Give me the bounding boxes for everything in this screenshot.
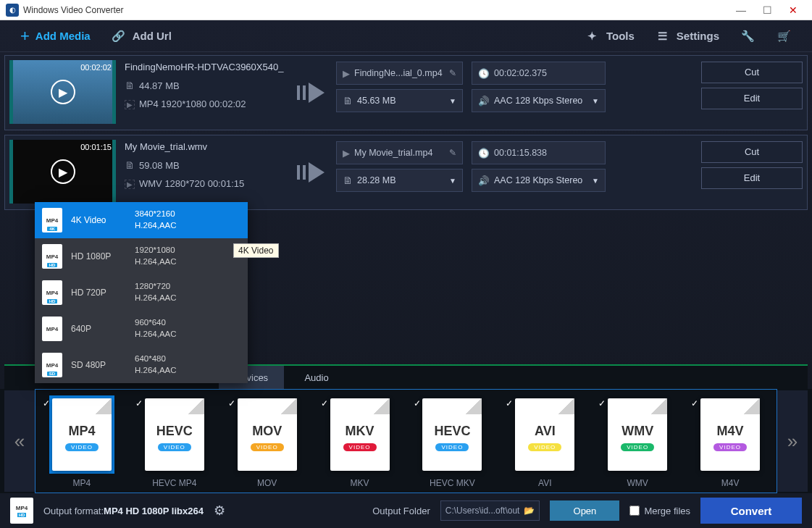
- output-size-dropdown[interactable]: 28.28 MB ▼: [336, 169, 463, 192]
- titlebar: ◐ Windows Video Converter — ☐ ✕: [0, 0, 812, 20]
- key-icon: 🔧: [740, 28, 756, 44]
- file-size: 44.87 MB: [139, 80, 180, 91]
- edit-button[interactable]: Edit: [701, 167, 803, 189]
- gear-icon[interactable]: ⚙: [214, 503, 225, 519]
- chevron-down-icon: ▼: [592, 97, 599, 105]
- output-name-field[interactable]: ▶ My Movie_trial.mp4 ✎: [336, 141, 463, 164]
- thumbnail[interactable]: 00:01:15 ▶: [9, 140, 116, 204]
- file-icon: [125, 159, 135, 171]
- menu-icon: ☰: [655, 28, 671, 44]
- window-title: Windows Video Converter: [23, 5, 124, 15]
- output-audio: AAC 128 Kbps Stereo: [494, 96, 582, 106]
- output-format-icon: MP4HD: [10, 498, 33, 524]
- preset-item-640p[interactable]: MP4 640P 960*640H.264,AAC: [35, 311, 248, 347]
- output-name-field[interactable]: ▶ FindingNe...ial_0.mp4 ✎: [336, 62, 463, 85]
- output-size-dropdown[interactable]: 45.63 MB ▼: [336, 89, 463, 112]
- preset-icon: MP4: [42, 353, 62, 377]
- output-folder-path[interactable]: C:\Users\id...oft\out 📂: [440, 500, 540, 521]
- main-toolbar: + Add Media 🔗 Add Url ✦ Tools ☰ Settings…: [0, 20, 812, 52]
- add-media-label: Add Media: [35, 30, 91, 42]
- close-button[interactable]: ✕: [780, 4, 806, 16]
- preset-label: SD 480P: [71, 360, 126, 370]
- output-audio-dropdown[interactable]: 🔊 AAC 128 Kbps Stereo ▼: [472, 89, 606, 112]
- thumb-duration: 00:02:02: [80, 63, 112, 72]
- format-tile-mp4[interactable]: ✓ MP4VIDEO MP4: [35, 395, 128, 488]
- thumb-duration: 00:01:15: [80, 143, 112, 151]
- preset-item-4k[interactable]: MP4 4K Video 3840*2160H.264,AAC: [35, 202, 248, 238]
- format-tile-mov[interactable]: ✓ MOVVIDEO MOV: [221, 395, 314, 488]
- edit-button[interactable]: Edit: [701, 88, 803, 109]
- output-folder-label: Output Folder: [372, 506, 430, 516]
- output-duration: 00:02:02.375: [494, 68, 547, 78]
- file-spec: MP4 1920*1080 00:02:02: [139, 99, 246, 109]
- pencil-icon[interactable]: ✎: [449, 68, 456, 78]
- settings-button[interactable]: ☰ Settings: [645, 20, 729, 52]
- file-name: FindingNemoHR-HDTVAC3960X540_: [125, 62, 285, 72]
- check-icon: ✓: [598, 398, 606, 408]
- minimize-button[interactable]: —: [728, 4, 754, 16]
- arrow-icon: [294, 140, 327, 205]
- output-duration-field: 🕓 00:02:02.375: [472, 62, 606, 85]
- footer: MP4HD Output format:MP4 HD 1080P libx264…: [0, 493, 812, 528]
- maximize-button[interactable]: ☐: [754, 4, 780, 16]
- tab-audio[interactable]: Audio: [284, 366, 349, 389]
- clock-icon: 🕓: [478, 148, 490, 159]
- star-icon: ✦: [585, 28, 600, 44]
- preset-item-480p[interactable]: MP4 SD 480P 640*480H.264,AAC: [35, 347, 248, 383]
- file-icon: [343, 175, 353, 186]
- next-formats-button[interactable]: »: [777, 390, 808, 492]
- format-tile-mkv[interactable]: ✓ MKVVIDEO MKV: [314, 395, 406, 488]
- chevron-down-icon: ▼: [592, 177, 599, 185]
- preset-item-720p[interactable]: MP4 HD 720P 1280*720H.264,AAC: [35, 275, 248, 311]
- pencil-icon[interactable]: ✎: [449, 148, 456, 158]
- output-duration-field: 🕓 00:01:15.838: [472, 141, 606, 164]
- thumbnail[interactable]: 00:02:02 ▶: [9, 60, 116, 124]
- preset-label: HD 720P: [71, 288, 126, 298]
- output-size: 28.28 MB: [357, 175, 396, 185]
- add-media-button[interactable]: + Add Media: [10, 20, 101, 52]
- file-name: My Movie_trial.wmv: [125, 141, 285, 152]
- format-name: WMV: [627, 478, 648, 488]
- cut-button[interactable]: Cut: [701, 141, 803, 163]
- chevron-down-icon: ▼: [449, 97, 456, 105]
- cart-button[interactable]: 🛒: [766, 20, 802, 52]
- settings-label: Settings: [677, 30, 719, 42]
- speaker-icon: 🔊: [478, 175, 490, 186]
- add-url-label: Add Url: [133, 30, 172, 42]
- format-tile-wmv[interactable]: ✓ WMVVIDEO WMV: [591, 395, 684, 488]
- cart-icon: 🛒: [776, 28, 792, 44]
- plus-icon: +: [20, 27, 30, 46]
- play-icon[interactable]: ▶: [51, 80, 75, 104]
- file-row[interactable]: 00:02:02 ▶ FindingNemoHR-HDTVAC3960X540_…: [4, 55, 808, 130]
- file-icon: [125, 80, 135, 91]
- folder-icon[interactable]: 📂: [524, 506, 535, 516]
- file-icon: [343, 95, 353, 106]
- play-icon[interactable]: ▶: [51, 159, 75, 184]
- tooltip: 4K Video: [233, 243, 279, 258]
- format-tile-hevc-mkv[interactable]: ✓ HEVCVIDEO HEVC MKV: [406, 395, 499, 488]
- merge-files-checkbox[interactable]: Merge files: [629, 506, 690, 516]
- file-row[interactable]: 00:01:15 ▶ My Movie_trial.wmv 59.08 MB W…: [4, 135, 808, 210]
- format-name: MKV: [351, 478, 369, 488]
- format-tile-avi[interactable]: ✓ AVIVIDEO AVI: [498, 395, 591, 488]
- tools-label: Tools: [606, 30, 635, 42]
- tools-button[interactable]: ✦ Tools: [574, 20, 645, 52]
- output-audio-dropdown[interactable]: 🔊 AAC 128 Kbps Stereo ▼: [472, 169, 606, 192]
- preset-icon: MP4: [42, 280, 62, 305]
- format-tile-hevc-mp4[interactable]: ✓ HEVCVIDEO HEVC MP4: [128, 395, 221, 488]
- prev-formats-button[interactable]: «: [4, 390, 35, 492]
- key-button[interactable]: 🔧: [729, 20, 766, 52]
- clock-icon: 🕓: [478, 68, 490, 79]
- open-folder-button[interactable]: Open: [550, 500, 619, 521]
- convert-button[interactable]: Convert: [700, 498, 802, 524]
- preset-item-1080p[interactable]: MP4 HD 1080P 1920*1080H.264,AAC: [35, 238, 248, 275]
- check-icon: ✓: [414, 398, 421, 408]
- format-name: MOV: [257, 478, 277, 488]
- app-logo-icon: ◐: [6, 4, 19, 17]
- preset-label: 4K Video: [71, 215, 126, 225]
- format-tile-m4v[interactable]: ✓ M4VVIDEO M4V: [684, 395, 777, 488]
- add-url-button[interactable]: 🔗 Add Url: [101, 20, 182, 52]
- preset-label: HD 1080P: [71, 251, 126, 261]
- format-name: HEVC MP4: [152, 478, 196, 488]
- cut-button[interactable]: Cut: [701, 62, 803, 83]
